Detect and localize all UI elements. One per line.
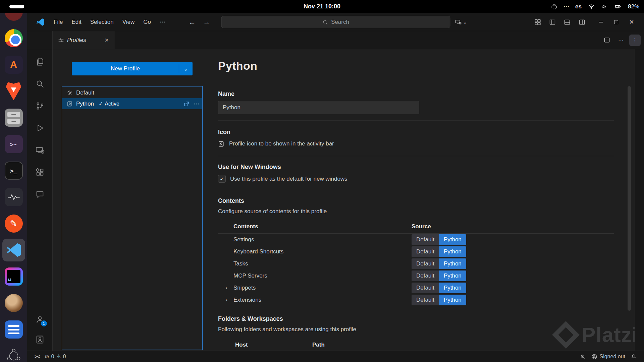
expand-chevron-icon[interactable]: › <box>225 297 231 303</box>
dock-item-avatar-app[interactable] <box>4 294 23 312</box>
close-button[interactable]: ✕ <box>625 16 638 28</box>
profiles-settings-icon[interactable] <box>32 332 48 347</box>
system-top-bar: Nov 21 10:00 ⋯ es 82% <box>0 0 644 13</box>
icon-section-label: Icon <box>218 129 614 136</box>
source-control-icon[interactable] <box>32 98 48 114</box>
dock-item-terminal-dark[interactable]: >_ <box>4 161 23 180</box>
search-input[interactable]: Search <box>221 16 450 28</box>
toggle-panel-icon[interactable] <box>561 16 573 28</box>
profile-row-python[interactable]: Python ✓ Active ⋯ <box>62 98 202 109</box>
menu-overflow-icon[interactable]: ⋯ <box>155 16 170 28</box>
menu-go[interactable]: Go <box>139 16 155 28</box>
wifi-icon[interactable] <box>588 3 595 10</box>
profile-list: Default Python ✓ Active <box>62 86 203 350</box>
source-default-button[interactable]: Default <box>412 295 439 305</box>
terminal-purple-icon: >- <box>5 135 23 153</box>
profile-name-input[interactable] <box>218 101 419 114</box>
problems-indicator[interactable]: ⊘ 0 ⚠ 0 <box>42 353 69 360</box>
dock-item-system-monitor[interactable] <box>4 188 23 206</box>
profile-more-icon[interactable]: ⋯ <box>194 100 200 108</box>
menu-view[interactable]: View <box>118 16 139 28</box>
tab-close-icon[interactable]: ✕ <box>103 36 111 44</box>
source-python-button[interactable]: Python <box>439 246 466 257</box>
search-sidebar-icon[interactable] <box>32 76 48 92</box>
tray-app-icon[interactable] <box>551 3 557 10</box>
table-row-keyboard-shortcuts: Keyboard Shortcuts Default Python <box>218 246 614 258</box>
keyboard-layout-indicator[interactable]: es <box>575 3 582 10</box>
volume-icon[interactable] <box>601 3 608 10</box>
dock-item-brave[interactable] <box>4 82 23 101</box>
forward-icon[interactable]: → <box>203 18 210 26</box>
battery-percent[interactable]: 82% <box>628 3 639 10</box>
dock-item-archive-manager[interactable] <box>4 108 23 127</box>
toggle-secondary-sidebar-icon[interactable] <box>576 16 588 28</box>
source-python-button[interactable]: Python <box>439 258 466 269</box>
source-default-button[interactable]: Default <box>412 283 439 293</box>
dock-item-show-apps[interactable] <box>4 347 23 362</box>
notifications-bell-icon[interactable] <box>628 354 639 360</box>
activities-pill[interactable] <box>9 5 24 8</box>
editor-scrollbar[interactable] <box>628 86 631 311</box>
error-count: 0 <box>51 354 54 360</box>
folders-section-label: Folders & Workspaces <box>218 315 614 322</box>
dock-item-hidden-app[interactable] <box>4 13 23 21</box>
chat-icon[interactable] <box>32 187 48 202</box>
remote-explorer-icon[interactable] <box>32 142 48 158</box>
menu-edit[interactable]: Edit <box>67 16 86 28</box>
menu-selection[interactable]: Selection <box>86 16 118 28</box>
source-default-button[interactable]: Default <box>412 246 439 257</box>
battery-icon[interactable] <box>614 3 622 10</box>
source-python-button[interactable]: Python <box>439 283 466 293</box>
source-default-button[interactable]: Default <box>412 270 439 281</box>
system-monitor-icon <box>5 188 23 206</box>
more-actions-icon[interactable]: ⋯ <box>615 35 627 46</box>
default-profile-checkbox[interactable]: ✓ <box>218 175 226 183</box>
back-icon[interactable]: ← <box>189 18 196 26</box>
signed-out-indicator[interactable]: Signed out <box>589 354 628 360</box>
menu-file[interactable]: File <box>49 16 67 28</box>
zoom-indicator[interactable] <box>577 354 589 360</box>
tray-more-icon[interactable]: ⋯ <box>564 3 569 10</box>
accounts-icon[interactable]: 1 <box>32 312 48 327</box>
row-label: Snippets <box>233 285 256 291</box>
dock-item-app-center[interactable]: A <box>4 55 23 74</box>
table-row-mcp-servers: MCP Servers Default Python <box>218 270 614 282</box>
source-default-button[interactable]: Default <box>412 258 439 269</box>
tabbar-activitybar-gap <box>27 31 53 49</box>
pen-app-icon: ✎ <box>5 215 23 233</box>
icon-picker-row[interactable]: Profile icon to be shown in the activity… <box>218 140 614 147</box>
source-default-button[interactable]: Default <box>412 234 439 245</box>
dock-item-blue-app[interactable] <box>4 320 23 339</box>
profile-row-default[interactable]: Default <box>62 87 202 98</box>
source-toggle: Default Python <box>412 295 466 305</box>
minimize-button[interactable] <box>594 16 607 28</box>
dock-item-intellij[interactable]: IJ <box>4 267 23 286</box>
system-clock[interactable]: Nov 21 10:00 <box>304 3 340 10</box>
blue-app-icon <box>5 320 23 339</box>
split-editor-icon[interactable] <box>601 35 612 46</box>
explorer-icon[interactable] <box>32 54 48 69</box>
toggle-sidebar-icon[interactable] <box>547 16 558 28</box>
customize-layout-icon[interactable] <box>532 16 543 28</box>
source-python-button[interactable]: Python <box>439 295 466 305</box>
remote-window-control[interactable]: ⌄ <box>454 19 467 25</box>
extensions-icon[interactable] <box>32 165 48 180</box>
source-python-button[interactable]: Python <box>439 270 466 281</box>
expand-chevron-icon[interactable]: › <box>225 285 231 291</box>
contents-column-header: Contents <box>218 223 412 230</box>
dock-item-pen-app[interactable]: ✎ <box>4 214 23 233</box>
overflow-kebab-icon[interactable]: ⋮ <box>629 35 641 46</box>
new-profile-dropdown-icon[interactable]: ⌄ <box>179 62 193 75</box>
new-profile-button[interactable]: New Profile ⌄ <box>72 62 193 75</box>
source-python-button[interactable]: Python <box>439 234 466 245</box>
export-profile-icon[interactable] <box>183 101 190 107</box>
run-debug-icon[interactable] <box>32 120 48 136</box>
dock-item-vscode[interactable] <box>4 241 23 259</box>
remote-indicator[interactable]: >< <box>32 354 42 360</box>
table-row-settings: Settings Default Python <box>218 234 614 246</box>
tab-profiles[interactable]: Profiles ✕ <box>53 31 115 49</box>
dock-item-terminal-purple[interactable]: >- <box>4 135 23 154</box>
maximize-button[interactable] <box>610 16 623 28</box>
ubuntu-logo-icon <box>6 348 21 362</box>
dock-item-chrome[interactable] <box>4 29 23 48</box>
